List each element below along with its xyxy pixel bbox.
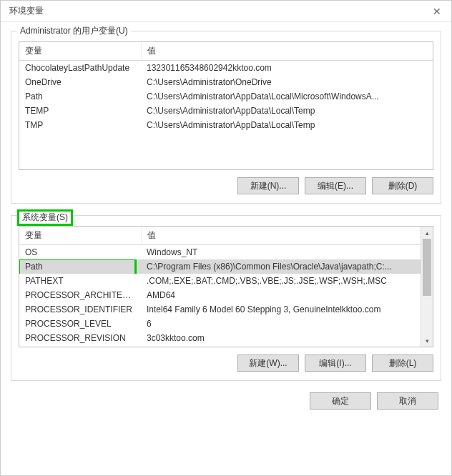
new-system-var-button[interactable]: 新建(W)... bbox=[237, 354, 299, 372]
var-value: 6 bbox=[141, 317, 433, 331]
var-name: ChocolateyLastPathUpdate bbox=[19, 61, 141, 76]
user-vars-table-wrap: 变量 值 ChocolateyLastPathUpdate 1323011653… bbox=[19, 41, 433, 170]
ok-button[interactable]: 确定 bbox=[310, 392, 371, 410]
delete-user-var-button[interactable]: 删除(D) bbox=[372, 177, 433, 194]
system-vars-group: 系统变量(S) 变量 值 OS Windows_NT bbox=[11, 215, 441, 381]
col-header-variable[interactable]: 变量 bbox=[19, 42, 141, 61]
var-value: C:\Users\Administrator\OneDrive bbox=[141, 75, 433, 89]
var-name: TEMP bbox=[19, 104, 141, 118]
var-value: C:\Program Files (x86)\Common Files\Orac… bbox=[141, 259, 433, 274]
table-row-selected[interactable]: Path C:\Program Files (x86)\Common Files… bbox=[19, 259, 433, 274]
var-value: 3c03kktoo.com bbox=[141, 331, 433, 345]
var-value: C:\Users\Administrator\AppData\Local\Tem… bbox=[141, 104, 433, 118]
user-vars-table[interactable]: 变量 值 ChocolateyLastPathUpdate 1323011653… bbox=[19, 42, 433, 132]
dialog-content: Administrator 的用户变量(U) 变量 值 ChocolateyLa… bbox=[1, 22, 451, 475]
var-value: C:\Users\Administrator\AppData\Local\Tem… bbox=[141, 118, 433, 132]
user-vars-group: Administrator 的用户变量(U) 变量 值 ChocolateyLa… bbox=[11, 31, 441, 204]
var-name: PROCESSOR_IDENTIFIER bbox=[19, 302, 141, 317]
system-vars-table[interactable]: 变量 值 OS Windows_NT Path C:\Program Files… bbox=[19, 227, 433, 345]
table-row[interactable]: TEMP C:\Users\Administrator\AppData\Loca… bbox=[19, 104, 433, 118]
table-row[interactable]: TMP C:\Users\Administrator\AppData\Local… bbox=[19, 118, 433, 132]
var-value: .COM;.EXE;.BAT;.CMD;.VBS;.VBE;.JS;.JSE;.… bbox=[141, 274, 433, 288]
delete-system-var-button[interactable]: 删除(L) bbox=[372, 354, 433, 372]
dialog-buttons: 确定 取消 bbox=[11, 392, 441, 410]
table-row[interactable]: PROCESSOR_LEVEL 6 bbox=[19, 317, 433, 331]
titlebar: 环境变量 ✕ bbox=[1, 1, 451, 22]
env-vars-dialog: 环境变量 ✕ Administrator 的用户变量(U) 变量 值 bbox=[0, 0, 452, 476]
new-user-var-button[interactable]: 新建(N)... bbox=[237, 177, 299, 194]
table-row[interactable]: ChocolateyLastPathUpdate 132301165348602… bbox=[19, 61, 433, 76]
var-value: Intel64 Family 6 Model 60 Stepping 3, Ge… bbox=[141, 302, 433, 317]
col-header-value[interactable]: 值 bbox=[141, 227, 433, 245]
edit-user-var-button[interactable]: 编辑(E)... bbox=[305, 177, 366, 194]
system-vars-legend: 系统变量(S) bbox=[17, 209, 73, 226]
var-name: Path bbox=[19, 89, 141, 104]
var-name: PROCESSOR_REVISION bbox=[19, 331, 141, 345]
system-vars-buttons: 新建(W)... 编辑(I)... 删除(L) bbox=[19, 354, 433, 372]
var-name: OS bbox=[19, 245, 141, 260]
var-value: C:\Users\Administrator\AppData\Local\Mic… bbox=[141, 89, 433, 104]
scrollbar-vertical[interactable]: ▴ ▾ bbox=[421, 227, 433, 347]
col-header-value[interactable]: 值 bbox=[141, 42, 433, 61]
var-name: OneDrive bbox=[19, 75, 141, 89]
table-row[interactable]: Path C:\Users\Administrator\AppData\Loca… bbox=[19, 89, 433, 104]
scroll-track[interactable] bbox=[421, 239, 433, 334]
var-name: Path bbox=[19, 259, 141, 274]
close-icon: ✕ bbox=[433, 6, 441, 17]
scroll-thumb[interactable] bbox=[423, 239, 431, 296]
user-vars-buttons: 新建(N)... 编辑(E)... 删除(D) bbox=[19, 177, 433, 194]
window-title: 环境变量 bbox=[9, 5, 44, 17]
table-row[interactable]: OS Windows_NT bbox=[19, 245, 433, 260]
edit-system-var-button[interactable]: 编辑(I)... bbox=[305, 354, 366, 372]
var-value: Windows_NT bbox=[141, 245, 433, 260]
table-row[interactable]: PROCESSOR_IDENTIFIER Intel64 Family 6 Mo… bbox=[19, 302, 433, 317]
cancel-button[interactable]: 取消 bbox=[377, 392, 438, 410]
var-value: AMD64 bbox=[141, 288, 433, 302]
var-value: 132301165348602942kktoo.com bbox=[141, 61, 433, 76]
table-row[interactable]: PATHEXT .COM;.EXE;.BAT;.CMD;.VBS;.VBE;.J… bbox=[19, 274, 433, 288]
scroll-down-icon[interactable]: ▾ bbox=[421, 334, 433, 347]
var-name: PROCESSOR_ARCHITECT... bbox=[19, 288, 141, 302]
user-vars-legend: Administrator 的用户变量(U) bbox=[17, 25, 131, 37]
table-row[interactable]: PROCESSOR_ARCHITECT... AMD64 bbox=[19, 288, 433, 302]
table-row[interactable]: OneDrive C:\Users\Administrator\OneDrive bbox=[19, 75, 433, 89]
scroll-up-icon[interactable]: ▴ bbox=[421, 227, 433, 239]
table-row[interactable]: PROCESSOR_REVISION 3c03kktoo.com bbox=[19, 331, 433, 345]
var-name: TMP bbox=[19, 118, 141, 132]
col-header-variable[interactable]: 变量 bbox=[19, 227, 141, 245]
var-name: PROCESSOR_LEVEL bbox=[19, 317, 141, 331]
var-name: PATHEXT bbox=[19, 274, 141, 288]
close-button[interactable]: ✕ bbox=[428, 3, 446, 20]
system-vars-table-wrap: 变量 值 OS Windows_NT Path C:\Program Files… bbox=[19, 226, 433, 347]
